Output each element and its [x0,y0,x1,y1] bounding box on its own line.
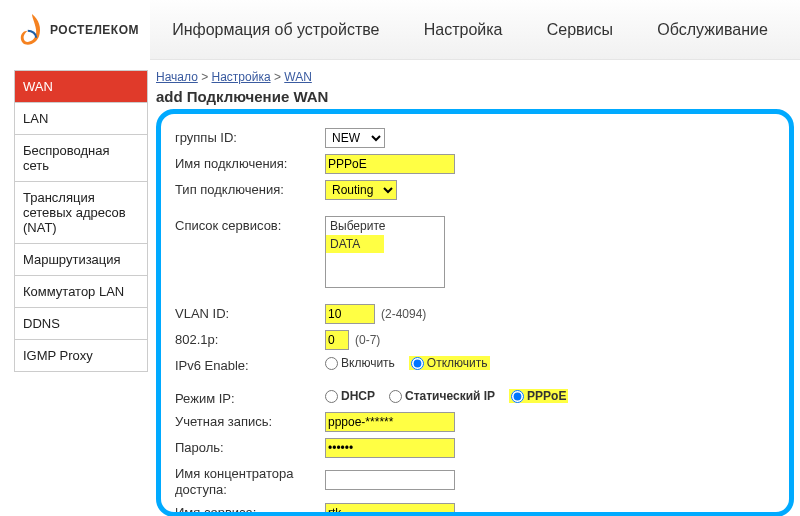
nav-maintenance[interactable]: Обслуживание [653,15,771,45]
ipmode-pppoe-radio[interactable] [511,390,524,403]
crumb-home[interactable]: Начало [156,70,198,84]
ipmode-dhcp-radio[interactable] [325,390,338,403]
page-title: add Подключение WAN [156,88,800,105]
8021p-hint: (0-7) [355,333,380,347]
ipmode-static-option[interactable]: Статический IP [389,389,495,403]
sidebar-item-wireless[interactable]: Беспроводная сеть [15,135,147,182]
password-input[interactable] [325,438,455,458]
nav-device-info[interactable]: Информация об устройстве [168,15,383,45]
wan-form-panel: группы ID: NEW Имя подключения: Тип подк… [156,109,794,516]
ipmode-static-radio[interactable] [389,390,402,403]
label-8021p: 802.1p: [175,330,325,347]
breadcrumb: Начало > Настройка > WAN [156,70,800,84]
rostelecom-icon [18,12,46,48]
ipmode-pppoe-option[interactable]: PPPoE [509,389,568,403]
brand-text: РОСТЕЛЕКОМ [50,23,139,37]
label-vlan: VLAN ID: [175,304,325,321]
sidebar-item-lan[interactable]: LAN [15,103,147,135]
ipv6-enable-radio[interactable] [325,357,338,370]
ipv6-disable-radio[interactable] [411,357,424,370]
sidebar-item-igmp[interactable]: IGMP Proxy [15,340,147,372]
group-id-select[interactable]: NEW [325,128,385,148]
vlan-hint: (2-4094) [381,307,426,321]
8021p-input[interactable] [325,330,349,350]
vlan-input[interactable] [325,304,375,324]
nav-settings[interactable]: Настройка [420,15,507,45]
label-service-name: Имя сервиса: [175,503,325,516]
sidebar: WAN LAN Беспроводная сеть Трансляция сет… [14,70,148,372]
ipmode-dhcp-option[interactable]: DHCP [325,389,375,403]
conn-name-input[interactable] [325,154,455,174]
sidebar-item-wan[interactable]: WAN [15,71,147,103]
ipv6-enable-option[interactable]: Включить [325,356,395,370]
account-input[interactable] [325,412,455,432]
label-password: Пароль: [175,438,325,455]
service-name-input[interactable] [325,503,455,516]
label-conn-name: Имя подключения: [175,154,325,171]
label-concentrator: Имя концентратора доступа: [175,464,325,497]
nav-services[interactable]: Сервисы [543,15,617,45]
conn-type-select[interactable]: Routing [325,180,397,200]
concentrator-input[interactable] [325,470,455,490]
label-ip-mode: Режим IP: [175,389,325,406]
ipv6-disable-option[interactable]: Отключить [409,356,490,370]
services-header: Выберите [326,217,444,235]
crumb-settings[interactable]: Настройка [212,70,271,84]
label-services: Список сервисов: [175,216,325,233]
sidebar-item-routing[interactable]: Маршрутизация [15,244,147,276]
label-ipv6: IPv6 Enable: [175,356,325,373]
brand-logo: РОСТЕЛЕКОМ [0,12,150,48]
top-nav: Информация об устройстве Настройка Серви… [150,0,800,60]
sidebar-item-nat[interactable]: Трансляция сетевых адресов (NAT) [15,182,147,244]
label-conn-type: Тип подключения: [175,180,325,197]
services-listbox[interactable]: Выберите DATA [325,216,445,288]
sidebar-item-lan-switch[interactable]: Коммутатор LAN [15,276,147,308]
label-account: Учетная запись: [175,412,325,429]
label-group-id: группы ID: [175,128,325,145]
sidebar-item-ddns[interactable]: DDNS [15,308,147,340]
services-option-data[interactable]: DATA [326,235,384,253]
crumb-wan[interactable]: WAN [284,70,312,84]
